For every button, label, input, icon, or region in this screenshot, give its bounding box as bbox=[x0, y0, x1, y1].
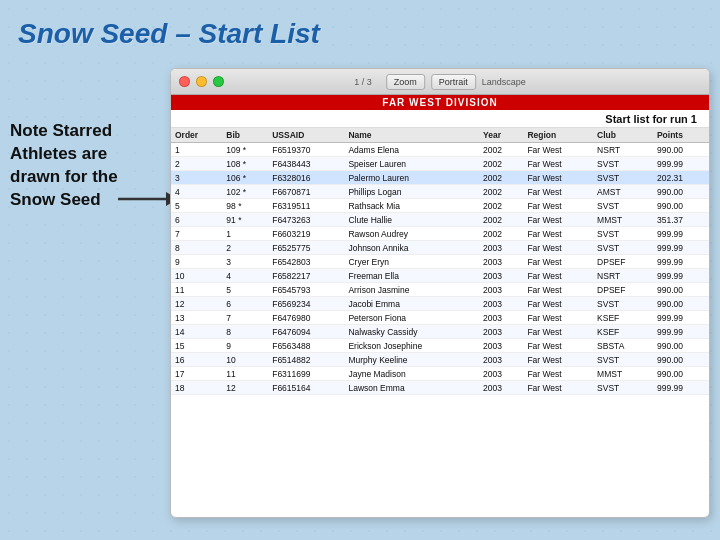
cell-club: SVST bbox=[593, 171, 653, 185]
cell-club: KSEF bbox=[593, 325, 653, 339]
cell-region: Far West bbox=[523, 325, 593, 339]
cell-order: 10 bbox=[171, 269, 222, 283]
zoom-button[interactable]: Zoom bbox=[386, 74, 425, 90]
cell-bib: 109 * bbox=[222, 143, 268, 157]
page-indicator: 1 / 3 bbox=[354, 77, 372, 87]
cell-club: SVST bbox=[593, 381, 653, 395]
cell-region: Far West bbox=[523, 297, 593, 311]
cell-points: 999.99 bbox=[653, 255, 709, 269]
col-name: Name bbox=[344, 128, 479, 143]
cell-club: SVST bbox=[593, 199, 653, 213]
start-list-header: Start list for run 1 bbox=[171, 110, 709, 128]
close-button[interactable] bbox=[179, 76, 190, 87]
col-points: Points bbox=[653, 128, 709, 143]
cell-year: 2003 bbox=[479, 241, 523, 255]
cell-region: Far West bbox=[523, 199, 593, 213]
cell-year: 2002 bbox=[479, 185, 523, 199]
cell-points: 999.99 bbox=[653, 325, 709, 339]
cell-points: 990.00 bbox=[653, 353, 709, 367]
cell-year: 2002 bbox=[479, 143, 523, 157]
cell-order: 14 bbox=[171, 325, 222, 339]
table-row: 598 *F6319511Rathsack Mia2002Far WestSVS… bbox=[171, 199, 709, 213]
cell-bib: 9 bbox=[222, 339, 268, 353]
cell-year: 2003 bbox=[479, 269, 523, 283]
cell-ussaid: F6670871 bbox=[268, 185, 344, 199]
cell-order: 18 bbox=[171, 381, 222, 395]
cell-club: SBSTA bbox=[593, 339, 653, 353]
cell-name: Jayne Madison bbox=[344, 367, 479, 381]
cell-ussaid: F6476094 bbox=[268, 325, 344, 339]
cell-year: 2003 bbox=[479, 311, 523, 325]
cell-order: 12 bbox=[171, 297, 222, 311]
cell-bib: 1 bbox=[222, 227, 268, 241]
cell-points: 999.99 bbox=[653, 227, 709, 241]
note-text: Note Starred Athletes are drawn for the … bbox=[10, 120, 120, 212]
cell-order: 4 bbox=[171, 185, 222, 199]
table-row: 137F6476980Peterson Fiona2003Far WestKSE… bbox=[171, 311, 709, 325]
table-row: 1109 *F6519370Adams Elena2002Far WestNSR… bbox=[171, 143, 709, 157]
table-row: 115F6545793Arrison Jasmine2003Far WestDP… bbox=[171, 283, 709, 297]
cell-ussaid: F6525775 bbox=[268, 241, 344, 255]
cell-region: Far West bbox=[523, 311, 593, 325]
cell-bib: 2 bbox=[222, 241, 268, 255]
document-window: 1 / 3 Zoom Portrait Landscape FAR WEST D… bbox=[170, 68, 710, 518]
maximize-button[interactable] bbox=[213, 76, 224, 87]
cell-points: 990.00 bbox=[653, 367, 709, 381]
cell-ussaid: F6476980 bbox=[268, 311, 344, 325]
cell-bib: 11 bbox=[222, 367, 268, 381]
cell-bib: 6 bbox=[222, 297, 268, 311]
cell-order: 6 bbox=[171, 213, 222, 227]
cell-bib: 98 * bbox=[222, 199, 268, 213]
cell-year: 2002 bbox=[479, 199, 523, 213]
portrait-button[interactable]: Portrait bbox=[431, 74, 476, 90]
cell-order: 8 bbox=[171, 241, 222, 255]
cell-ussaid: F6603219 bbox=[268, 227, 344, 241]
cell-name: Speiser Lauren bbox=[344, 157, 479, 171]
cell-region: Far West bbox=[523, 171, 593, 185]
minimize-button[interactable] bbox=[196, 76, 207, 87]
cell-points: 202.31 bbox=[653, 171, 709, 185]
cell-region: Far West bbox=[523, 269, 593, 283]
table-row: 3106 *F6328016Palermo Lauren2002Far West… bbox=[171, 171, 709, 185]
cell-ussaid: F6542803 bbox=[268, 255, 344, 269]
cell-club: MMST bbox=[593, 367, 653, 381]
cell-order: 15 bbox=[171, 339, 222, 353]
landscape-label: Landscape bbox=[482, 77, 526, 87]
table-row: 93F6542803Cryer Eryn2003Far WestDPSEF999… bbox=[171, 255, 709, 269]
cell-order: 13 bbox=[171, 311, 222, 325]
cell-year: 2002 bbox=[479, 157, 523, 171]
cell-order: 9 bbox=[171, 255, 222, 269]
cell-year: 2003 bbox=[479, 353, 523, 367]
cell-order: 2 bbox=[171, 157, 222, 171]
arrow-icon bbox=[118, 188, 178, 210]
col-club: Club bbox=[593, 128, 653, 143]
table-row: 4102 *F6670871Phillips Logan2002Far West… bbox=[171, 185, 709, 199]
cell-club: NSRT bbox=[593, 269, 653, 283]
cell-bib: 5 bbox=[222, 283, 268, 297]
table-row: 1812F6615164Lawson Emma2003Far WestSVST9… bbox=[171, 381, 709, 395]
cell-ussaid: F6615164 bbox=[268, 381, 344, 395]
cell-name: Johnson Annika bbox=[344, 241, 479, 255]
cell-points: 990.00 bbox=[653, 297, 709, 311]
table-header: Order Bib USSAID Name Year Region Club P… bbox=[171, 128, 709, 143]
cell-bib: 106 * bbox=[222, 171, 268, 185]
table-row: 691 *F6473263Clute Hallie2002Far WestMMS… bbox=[171, 213, 709, 227]
cell-bib: 8 bbox=[222, 325, 268, 339]
table-row: 148F6476094Nalwasky Cassidy2003Far WestK… bbox=[171, 325, 709, 339]
cell-region: Far West bbox=[523, 143, 593, 157]
cell-name: Palermo Lauren bbox=[344, 171, 479, 185]
cell-club: SVST bbox=[593, 157, 653, 171]
cell-year: 2003 bbox=[479, 297, 523, 311]
cell-points: 990.00 bbox=[653, 339, 709, 353]
cell-order: 3 bbox=[171, 171, 222, 185]
col-region: Region bbox=[523, 128, 593, 143]
cell-year: 2002 bbox=[479, 171, 523, 185]
cell-ussaid: F6519370 bbox=[268, 143, 344, 157]
cell-region: Far West bbox=[523, 213, 593, 227]
cell-club: KSEF bbox=[593, 311, 653, 325]
table-row: 82F6525775Johnson Annika2003Far WestSVST… bbox=[171, 241, 709, 255]
col-bib: Bib bbox=[222, 128, 268, 143]
cell-bib: 102 * bbox=[222, 185, 268, 199]
cell-name: Freeman Ella bbox=[344, 269, 479, 283]
cell-name: Phillips Logan bbox=[344, 185, 479, 199]
